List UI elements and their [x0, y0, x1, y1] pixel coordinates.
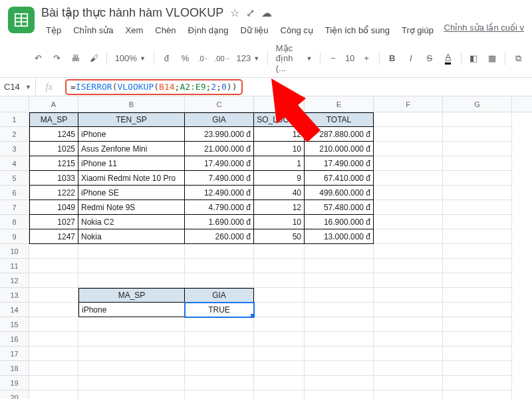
cell[interactable]: [185, 259, 254, 273]
cell[interactable]: MA_SP: [78, 288, 185, 303]
cell[interactable]: [374, 259, 443, 273]
cell[interactable]: [254, 259, 305, 273]
cells[interactable]: MA_SP TEN_SP GIA SO_LUONG TOTAL 1245iPho…: [29, 112, 532, 399]
cell[interactable]: [185, 273, 254, 288]
cell[interactable]: 67.410.000 đ: [305, 171, 374, 186]
row-header[interactable]: 8: [0, 215, 29, 229]
menu-data[interactable]: Dữ liệu: [236, 23, 273, 38]
row-header[interactable]: 13: [0, 288, 29, 303]
col-header[interactable]: D: [254, 96, 305, 112]
cell[interactable]: 287.880.000 đ: [305, 127, 374, 142]
cell[interactable]: [443, 390, 512, 399]
cell[interactable]: [374, 127, 443, 142]
cell[interactable]: [443, 303, 512, 317]
row-header[interactable]: 12: [0, 273, 29, 288]
cell[interactable]: [374, 229, 443, 244]
row-header[interactable]: 9: [0, 229, 29, 244]
cell[interactable]: [254, 273, 305, 288]
print-button[interactable]: 🖶: [66, 50, 84, 67]
cell[interactable]: [78, 273, 185, 288]
cell[interactable]: [443, 244, 512, 259]
menu-edit[interactable]: Chỉnh sửa: [68, 23, 118, 38]
cell[interactable]: 210.000.000 đ: [305, 142, 374, 156]
menu-addons[interactable]: Tiện ích bổ sung: [321, 23, 394, 38]
cell[interactable]: [374, 303, 443, 317]
cell[interactable]: [78, 346, 185, 361]
col-header[interactable]: F: [374, 96, 443, 112]
merge-button[interactable]: ⧉: [509, 50, 527, 67]
cell[interactable]: [443, 171, 512, 186]
cell[interactable]: [254, 303, 305, 317]
cell[interactable]: [305, 273, 374, 288]
cell[interactable]: [78, 317, 185, 332]
strike-button[interactable]: S: [421, 50, 438, 67]
star-icon[interactable]: ☆: [230, 7, 239, 19]
redo-button[interactable]: ↷: [48, 50, 65, 67]
cell[interactable]: 50: [254, 229, 305, 244]
cell[interactable]: 16.900.000 đ: [305, 215, 374, 229]
cell[interactable]: [443, 186, 512, 200]
column-headers[interactable]: A B C D E F G: [29, 96, 532, 112]
cell[interactable]: 10: [254, 215, 305, 229]
cell[interactable]: [254, 317, 305, 332]
menu-format[interactable]: Định dạng: [183, 23, 233, 38]
cell[interactable]: iPhone SE: [78, 186, 185, 200]
cell[interactable]: [374, 112, 443, 127]
increase-decimal-button[interactable]: .00→: [213, 50, 231, 67]
cell[interactable]: 1: [254, 156, 305, 171]
cell[interactable]: [185, 390, 254, 399]
cell[interactable]: GIA: [185, 288, 254, 303]
cell[interactable]: [374, 376, 443, 390]
cell[interactable]: 1027: [29, 215, 78, 229]
cell[interactable]: [78, 390, 185, 399]
cell[interactable]: [305, 361, 374, 376]
cell[interactable]: 1215: [29, 156, 78, 171]
cell[interactable]: Nokia: [78, 229, 185, 244]
cell[interactable]: [374, 200, 443, 215]
cell[interactable]: [29, 273, 78, 288]
cell[interactable]: 21.000.000 đ: [185, 142, 254, 156]
col-header[interactable]: E: [305, 96, 374, 112]
cell[interactable]: [443, 200, 512, 215]
cell[interactable]: Nokia C2: [78, 215, 185, 229]
cell[interactable]: [374, 346, 443, 361]
row-header[interactable]: 4: [0, 156, 29, 171]
cell[interactable]: [29, 346, 78, 361]
cell[interactable]: TEN_SP: [78, 112, 185, 127]
cell[interactable]: [443, 317, 512, 332]
cell[interactable]: [443, 127, 512, 142]
undo-button[interactable]: ↶: [29, 50, 47, 67]
cell[interactable]: [254, 361, 305, 376]
font-select[interactable]: Mặc định (...▼: [272, 43, 317, 73]
col-header[interactable]: B: [78, 96, 185, 112]
cell[interactable]: GIA: [185, 112, 254, 127]
cell[interactable]: [29, 376, 78, 390]
cell[interactable]: 13.000.000 đ: [305, 229, 374, 244]
text-color-button[interactable]: A: [440, 50, 457, 67]
cell[interactable]: 17.490.000 đ: [185, 156, 254, 171]
cell[interactable]: [374, 317, 443, 332]
cell[interactable]: 1222: [29, 186, 78, 200]
font-size-decrease[interactable]: −: [325, 50, 342, 67]
cell[interactable]: [29, 317, 78, 332]
cell[interactable]: [254, 346, 305, 361]
doc-title[interactable]: Bài tập thực hành hàm VLOOKUP: [41, 5, 223, 20]
cell[interactable]: [443, 346, 512, 361]
col-header[interactable]: C: [185, 96, 254, 112]
row-header[interactable]: 7: [0, 200, 29, 215]
cell[interactable]: [443, 156, 512, 171]
cell[interactable]: 12.490.000 đ: [185, 186, 254, 200]
cell[interactable]: [254, 390, 305, 399]
cell[interactable]: [29, 390, 78, 399]
cell[interactable]: iPhone 11: [78, 156, 185, 171]
row-header[interactable]: 5: [0, 171, 29, 186]
cell[interactable]: [374, 244, 443, 259]
cell-selected[interactable]: TRUE: [185, 303, 254, 317]
cell[interactable]: [185, 332, 254, 346]
cell[interactable]: 1033: [29, 171, 78, 186]
cell[interactable]: [305, 376, 374, 390]
cell[interactable]: 1245: [29, 127, 78, 142]
bold-button[interactable]: B: [384, 50, 401, 67]
borders-button[interactable]: ▦: [483, 50, 501, 67]
cell[interactable]: [374, 361, 443, 376]
